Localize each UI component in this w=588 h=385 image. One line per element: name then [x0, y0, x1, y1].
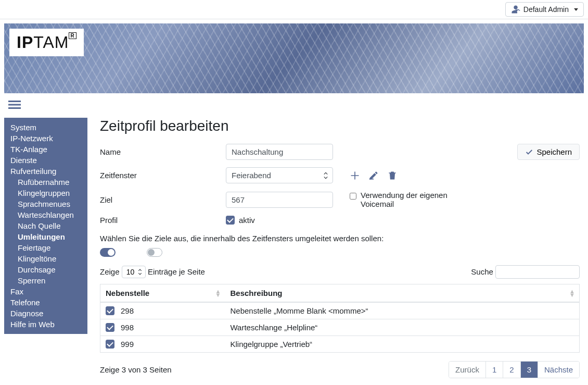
- add-icon[interactable]: [350, 170, 360, 181]
- page-size-select[interactable]: 10: [122, 266, 146, 278]
- sidebar-item-fax[interactable]: Fax: [4, 286, 87, 297]
- page-1[interactable]: 1: [485, 362, 503, 378]
- name-input[interactable]: [226, 144, 333, 160]
- sidebar-item-diagnose[interactable]: Diagnose: [4, 308, 87, 319]
- user-dropdown[interactable]: Default Admin: [505, 2, 584, 17]
- profile-label: Profil: [100, 216, 220, 225]
- instruction-text: Wählen Sie die Ziele aus, die innerhalb …: [100, 234, 580, 243]
- svg-rect-1: [8, 104, 21, 106]
- show-prefix: Zeige: [100, 267, 120, 276]
- sidebar-item-klingelgruppen[interactable]: Klingelgruppen: [4, 188, 87, 198]
- sidebar-item-hilfe-im-web[interactable]: Hilfe im Web: [4, 319, 87, 330]
- table-row: 298Nebenstelle „Momme Blank <momme>“: [100, 302, 580, 319]
- voicemail-checkbox[interactable]: [350, 192, 356, 200]
- name-label: Name: [100, 147, 220, 156]
- edit-icon[interactable]: [368, 170, 379, 181]
- search-input[interactable]: [495, 265, 580, 279]
- row-ext: 998: [121, 323, 134, 332]
- window-select[interactable]: Feierabend: [226, 167, 333, 183]
- sidebar: SystemIP-NetzwerkTK-AnlageDiensteRufvert…: [4, 118, 87, 334]
- menu-toggle[interactable]: [8, 98, 580, 113]
- row-desc: Warteschlange „Helpline“: [225, 319, 580, 336]
- sidebar-item-sperren[interactable]: Sperren: [4, 275, 87, 286]
- sidebar-item-feiertage[interactable]: Feiertage: [4, 242, 87, 253]
- row-checkbox[interactable]: [106, 340, 114, 349]
- banner: IPTAMR: [4, 23, 584, 93]
- sidebar-item-rufverteilung[interactable]: Rufverteilung: [4, 166, 87, 177]
- page-3[interactable]: 3: [520, 362, 538, 378]
- svg-rect-2: [8, 107, 21, 109]
- sidebar-item-klingeltöne[interactable]: Klingeltöne: [4, 253, 87, 264]
- svg-rect-3: [369, 178, 374, 179]
- sidebar-item-tk-anlage[interactable]: TK-Anlage: [4, 144, 87, 155]
- toggle-all-off[interactable]: [147, 248, 162, 257]
- user-name: Default Admin: [523, 5, 569, 14]
- page-next[interactable]: Nächste: [538, 362, 579, 378]
- row-ext: 298: [121, 306, 134, 315]
- delete-icon[interactable]: [387, 170, 398, 181]
- logo: IPTAMR: [9, 29, 84, 56]
- sidebar-item-sprachmenues[interactable]: Sprachmenues: [4, 198, 87, 209]
- row-desc: Klingelgruppe „Vertrieb“: [225, 336, 580, 353]
- col-desc[interactable]: Beschreibung▲▼: [225, 284, 580, 303]
- page-prev[interactable]: Zurück: [449, 362, 485, 378]
- svg-rect-0: [8, 101, 21, 102]
- sidebar-item-nach-quelle[interactable]: Nach Quelle: [4, 220, 87, 231]
- table-footer-text: Zeige 3 von 3 Seiten: [100, 365, 172, 374]
- profile-active-checkbox[interactable]: [226, 216, 235, 225]
- search-label: Suche: [471, 267, 493, 276]
- row-checkbox[interactable]: [106, 323, 114, 332]
- caret-down-icon: [574, 8, 578, 11]
- sidebar-item-telefone[interactable]: Telefone: [4, 297, 87, 308]
- sidebar-item-umleitungen[interactable]: Umleitungen: [4, 231, 87, 242]
- voicemail-label[interactable]: Verwendung der eigenen Voicemail: [361, 191, 464, 208]
- toggle-all-on[interactable]: [100, 248, 116, 257]
- sidebar-item-ip-netzwerk[interactable]: IP-Netzwerk: [4, 133, 87, 144]
- page-title: Zeitprofil bearbeiten: [100, 118, 228, 134]
- table-row: 999Klingelgruppe „Vertrieb“: [100, 336, 580, 353]
- show-suffix: Einträge je Seite: [148, 267, 205, 276]
- col-ext[interactable]: Nebenstelle▲▼: [100, 284, 225, 303]
- row-desc: Nebenstelle „Momme Blank <momme>“: [225, 302, 580, 319]
- row-checkbox[interactable]: [106, 306, 114, 315]
- target-input[interactable]: [226, 192, 333, 208]
- sidebar-item-durchsage[interactable]: Durchsage: [4, 264, 87, 275]
- table-row: 998Warteschlange „Helpline“: [100, 319, 580, 336]
- targets-table: Nebenstelle▲▼ Beschreibung▲▼ 298Nebenste…: [100, 284, 580, 353]
- sidebar-item-system[interactable]: System: [4, 122, 87, 133]
- sidebar-item-dienste[interactable]: Dienste: [4, 155, 87, 166]
- pagination: Zurück123Nächste: [449, 361, 580, 378]
- check-icon: [525, 148, 533, 156]
- row-ext: 999: [121, 340, 134, 349]
- window-label: Zeitfenster: [100, 171, 220, 180]
- profile-active-label[interactable]: aktiv: [239, 216, 255, 225]
- target-label: Ziel: [100, 195, 220, 204]
- main-content: Zeitprofil bearbeiten Name Speichern Zei…: [100, 118, 584, 385]
- sidebar-item-warteschlangen[interactable]: Warteschlangen: [4, 209, 87, 220]
- page-2[interactable]: 2: [503, 362, 520, 378]
- user-icon: [511, 5, 520, 14]
- save-button[interactable]: Speichern: [517, 144, 580, 160]
- sidebar-item-rufübernahme[interactable]: Rufübernahme: [4, 177, 87, 188]
- hamburger-icon: [8, 98, 21, 111]
